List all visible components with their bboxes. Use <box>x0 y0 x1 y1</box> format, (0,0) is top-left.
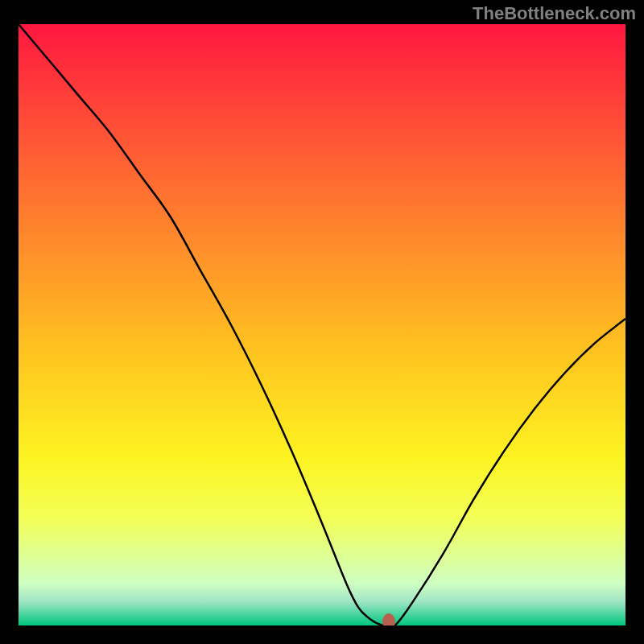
optimum-marker <box>382 613 395 625</box>
chart-container: TheBottleneck.com <box>0 0 644 644</box>
curve-layer <box>19 24 625 625</box>
bottleneck-curve <box>19 24 625 625</box>
attribution-text: TheBottleneck.com <box>473 3 636 24</box>
plot-area <box>19 24 625 625</box>
